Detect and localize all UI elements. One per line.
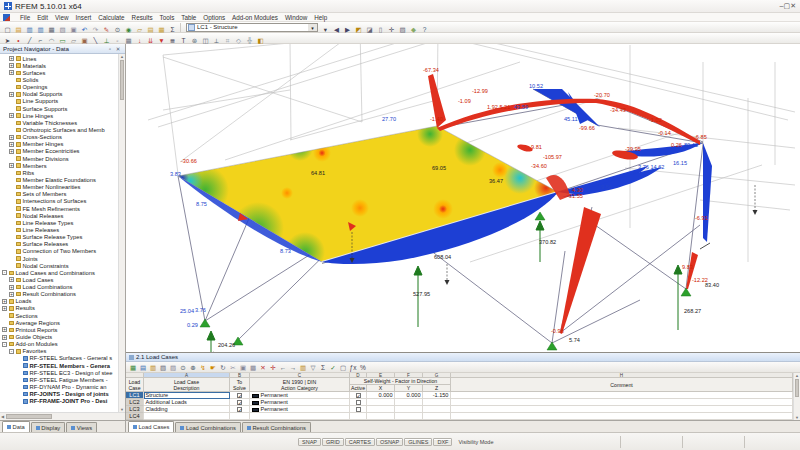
action-category-cell[interactable]: Permanent bbox=[250, 399, 350, 406]
table-vertical-scrollbar[interactable]: ▲ ▼ bbox=[793, 373, 800, 420]
expand-icon[interactable]: + bbox=[9, 277, 14, 282]
nav-tab-views[interactable]: Views bbox=[66, 422, 97, 432]
result-values-icon[interactable]: ◪ bbox=[365, 25, 375, 34]
expand-icon[interactable]: + bbox=[9, 63, 14, 68]
checkbox[interactable]: ✓ bbox=[356, 393, 361, 398]
printout-report-icon[interactable]: ▨ bbox=[398, 25, 408, 34]
expand-icon[interactable]: + bbox=[2, 335, 7, 340]
tree-item-load-cases-and-combinations[interactable]: -Load Cases and Combinations bbox=[0, 269, 118, 276]
menu-add-on-modules[interactable]: Add-on Modules bbox=[229, 14, 282, 21]
to-solve-cell[interactable]: ✓ bbox=[230, 392, 250, 399]
comment-cell[interactable] bbox=[451, 392, 793, 399]
tree-item-line-release-types[interactable]: Line Release Types bbox=[0, 219, 118, 226]
factor-cell[interactable] bbox=[367, 406, 395, 413]
panel-icon[interactable]: ▯ bbox=[376, 25, 386, 34]
filter-icon[interactable]: ▽ bbox=[309, 363, 318, 372]
self-weight-active-cell[interactable]: ✓ bbox=[350, 392, 367, 399]
tree-item-member-divisions[interactable]: Member Divisions bbox=[0, 155, 118, 162]
cut-icon[interactable]: ✂ bbox=[229, 363, 238, 372]
mass-icon[interactable]: ◆ bbox=[409, 25, 419, 34]
menu-window[interactable]: Window bbox=[281, 14, 310, 21]
factor-cell[interactable]: -1.150 bbox=[423, 392, 451, 399]
expand-icon[interactable]: + bbox=[2, 327, 7, 332]
to-solve-cell[interactable]: ✓ bbox=[230, 406, 250, 413]
scrollbar-thumb[interactable] bbox=[120, 60, 124, 100]
find-icon[interactable]: ⊙ bbox=[179, 363, 188, 372]
factor-cell[interactable] bbox=[395, 413, 423, 420]
show-results-icon[interactable]: ◩ bbox=[354, 25, 364, 34]
tree-item-fe-mesh-refinements[interactable]: FE Mesh Refinements bbox=[0, 205, 118, 212]
status-toggle-dxf[interactable]: DXF bbox=[433, 438, 452, 446]
tree-item-member-hinges[interactable]: +Member Hinges bbox=[0, 141, 118, 148]
action-category-cell[interactable]: Permanent bbox=[250, 392, 350, 399]
fx-icon[interactable]: ƒx bbox=[349, 363, 358, 372]
scroll-up-icon[interactable]: ▲ bbox=[794, 373, 800, 378]
tree-item-sections[interactable]: Sections bbox=[0, 312, 118, 319]
prev-load-case-icon[interactable]: ◀ bbox=[332, 25, 342, 34]
table-tab-result-combinations[interactable]: Result Combinations bbox=[242, 422, 311, 432]
tree-item-rf-steel-surfaces-general-s[interactable]: RF-STEEL Surfaces - General s bbox=[0, 355, 118, 362]
table-row[interactable]: LC1Structure✓Permanent✓0.0000.000-1.150 bbox=[126, 392, 793, 399]
stats-icon[interactable]: Σ bbox=[319, 363, 328, 372]
tree-item-load-combinations[interactable]: +Load Combinations bbox=[0, 284, 118, 291]
factor-cell[interactable]: 0.000 bbox=[395, 392, 423, 399]
factor-cell[interactable] bbox=[423, 413, 451, 420]
checkbox[interactable] bbox=[356, 407, 361, 412]
expand-icon[interactable]: + bbox=[9, 142, 14, 147]
expand-icon[interactable]: + bbox=[9, 113, 14, 118]
status-toggle-osnap[interactable]: OSNAP bbox=[376, 438, 403, 446]
pointer-sync-icon[interactable]: ☛ bbox=[209, 363, 218, 372]
tree-item-connection-of-two-members[interactable]: Connection of Two Members bbox=[0, 248, 118, 255]
paste-row-icon[interactable]: ▩ bbox=[249, 363, 258, 372]
tree-item-openings[interactable]: Openings bbox=[0, 84, 118, 91]
expand-icon[interactable]: + bbox=[9, 285, 14, 290]
chevron-down-icon[interactable]: ▾ bbox=[308, 24, 317, 31]
percent-icon[interactable]: % bbox=[359, 363, 368, 372]
tree-item-line-releases[interactable]: Line Releases bbox=[0, 226, 118, 233]
description-cell[interactable]: Structure bbox=[144, 392, 230, 399]
scrollbar-thumb[interactable] bbox=[795, 379, 799, 397]
tree-item-solids[interactable]: Solids bbox=[0, 76, 118, 83]
description-cell[interactable]: Cladding bbox=[144, 406, 230, 413]
expand-icon[interactable]: + bbox=[9, 70, 14, 75]
to-solve-cell[interactable] bbox=[230, 413, 250, 420]
navigator-vertical-scrollbar[interactable]: ▲ ▼ bbox=[118, 54, 125, 412]
table-goto-icon[interactable]: ▦ bbox=[129, 363, 138, 372]
load-cases-table[interactable]: ABCDEFGH LoadCase Load CaseDescription T… bbox=[126, 373, 793, 420]
self-weight-active-cell[interactable] bbox=[350, 399, 367, 406]
tree-item-nodal-constraints[interactable]: Nodal Constraints bbox=[0, 262, 118, 269]
table-tab-load-combinations[interactable]: Load Combinations bbox=[175, 422, 240, 432]
tree-item-rf-steel-fatigue-members-[interactable]: RF-STEEL Fatigue Members - bbox=[0, 376, 118, 383]
to-solve-cell[interactable]: ✓ bbox=[230, 399, 250, 406]
tree-item-surface-releases[interactable]: Surface Releases bbox=[0, 241, 118, 248]
tree-item-lines[interactable]: +Lines bbox=[0, 55, 118, 62]
help-icon[interactable]: ? bbox=[420, 25, 430, 34]
combo-drop-icon[interactable]: ▾ bbox=[321, 25, 331, 34]
tree-item-member-elastic-foundations[interactable]: Member Elastic Foundations bbox=[0, 176, 118, 183]
expand-icon[interactable]: + bbox=[9, 292, 14, 297]
move-view-icon[interactable]: ✛ bbox=[387, 25, 397, 34]
expand-icon[interactable]: + bbox=[2, 299, 7, 304]
scrollbar-thumb[interactable] bbox=[6, 414, 52, 419]
expand-icon[interactable]: - bbox=[9, 349, 14, 354]
factor-cell[interactable] bbox=[367, 399, 395, 406]
tree-item-cross-sections[interactable]: +Cross-Sections bbox=[0, 134, 118, 141]
status-toggle-grid[interactable]: GRID bbox=[322, 438, 344, 446]
copy-row-icon[interactable]: ▣ bbox=[239, 363, 248, 372]
comment-cell[interactable] bbox=[451, 413, 793, 420]
expand-icon[interactable]: + bbox=[9, 56, 14, 61]
tree-item-nodal-supports[interactable]: +Nodal Supports bbox=[0, 91, 118, 98]
factor-cell[interactable] bbox=[423, 406, 451, 413]
tree-item-sets-of-members[interactable]: Sets of Members bbox=[0, 191, 118, 198]
table-row[interactable]: LC4 bbox=[126, 413, 793, 420]
menu-table[interactable]: Table bbox=[178, 14, 200, 21]
expand-icon[interactable]: - bbox=[2, 270, 7, 275]
tree-item-favorites[interactable]: -Favorites bbox=[0, 348, 118, 355]
table-row[interactable]: LC3Cladding✓Permanent bbox=[126, 406, 793, 413]
replace-icon[interactable]: ⊕ bbox=[189, 363, 198, 372]
tree-item-average-regions[interactable]: Average Regions bbox=[0, 319, 118, 326]
scroll-up-icon[interactable]: ▲ bbox=[119, 54, 125, 59]
tree-item-results[interactable]: +Results bbox=[0, 305, 118, 312]
self-weight-active-cell[interactable] bbox=[350, 406, 367, 413]
load-case-id[interactable]: LC3 bbox=[126, 406, 144, 413]
